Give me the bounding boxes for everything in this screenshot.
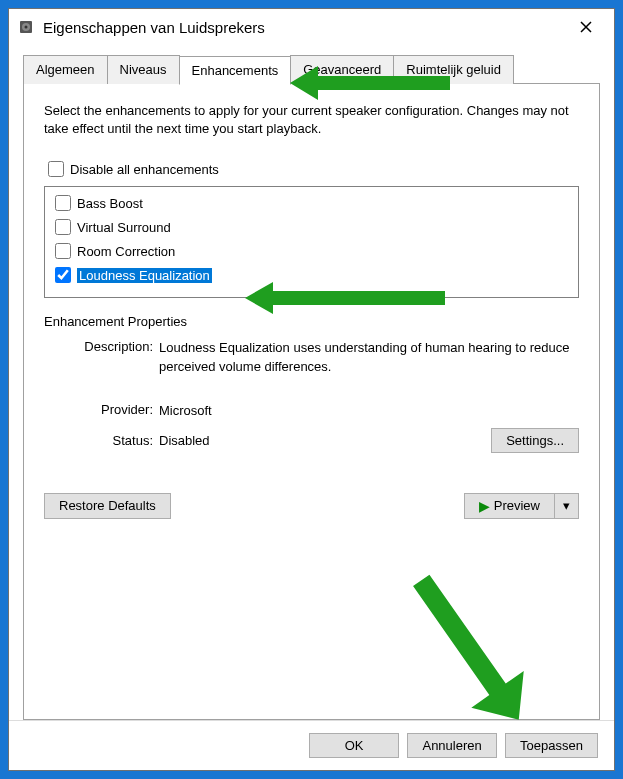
preview-button[interactable]: ▶ Preview	[464, 493, 555, 519]
speaker-icon	[17, 18, 35, 36]
preview-group: ▶ Preview ▾	[464, 493, 579, 519]
dialog-button-bar: OK Annuleren Toepassen	[9, 720, 614, 770]
bass-boost-label: Bass Boost	[77, 196, 143, 211]
virtual-surround-label: Virtual Surround	[77, 220, 171, 235]
settings-button[interactable]: Settings...	[491, 428, 579, 453]
tab-panel-enhancements: Select the enhancements to apply for you…	[23, 83, 600, 720]
list-item[interactable]: Virtual Surround	[51, 215, 572, 239]
description-row: Description: Loudness Equalization uses …	[44, 339, 579, 375]
apply-button[interactable]: Toepassen	[505, 733, 598, 758]
list-item[interactable]: Bass Boost	[51, 191, 572, 215]
status-row: Status: Disabled Settings...	[44, 428, 579, 453]
disable-all-label: Disable all enhancements	[70, 162, 219, 177]
tab-container: Algemeen Niveaus Enhancements Geavanceer…	[9, 45, 614, 720]
preview-dropdown-button[interactable]: ▾	[555, 493, 579, 519]
svg-point-2	[25, 26, 28, 29]
window-title: Eigenschappen van Luidsprekers	[43, 19, 566, 36]
bottom-actions: Restore Defaults ▶ Preview ▾	[44, 493, 579, 519]
description-value: Loudness Equalization uses understanding…	[159, 339, 579, 375]
tab-spatial[interactable]: Ruimtelijk geluid	[393, 55, 514, 84]
room-correction-label: Room Correction	[77, 244, 175, 259]
room-correction-checkbox[interactable]	[55, 243, 71, 259]
tab-advanced[interactable]: Geavanceerd	[290, 55, 394, 84]
chevron-down-icon: ▾	[563, 498, 570, 513]
cancel-button[interactable]: Annuleren	[407, 733, 497, 758]
disable-all-checkbox-row[interactable]: Disable all enhancements	[44, 158, 579, 180]
titlebar: Eigenschappen van Luidsprekers	[9, 9, 614, 45]
tab-levels[interactable]: Niveaus	[107, 55, 180, 84]
enhancement-properties-heading: Enhancement Properties	[44, 314, 579, 329]
tab-row: Algemeen Niveaus Enhancements Geavanceer…	[23, 55, 600, 84]
list-item[interactable]: Room Correction	[51, 239, 572, 263]
tab-general[interactable]: Algemeen	[23, 55, 108, 84]
loudness-eq-label: Loudness Equalization	[77, 268, 212, 283]
loudness-eq-checkbox[interactable]	[55, 267, 71, 283]
close-button[interactable]	[566, 13, 606, 41]
provider-row: Provider: Microsoft	[44, 402, 579, 420]
tab-enhancements[interactable]: Enhancements	[179, 56, 292, 85]
virtual-surround-checkbox[interactable]	[55, 219, 71, 235]
status-value: Disabled	[159, 433, 491, 448]
provider-label: Provider:	[44, 402, 159, 420]
panel-intro-text: Select the enhancements to apply for you…	[44, 102, 579, 138]
status-label: Status:	[44, 433, 159, 448]
bass-boost-checkbox[interactable]	[55, 195, 71, 211]
description-label: Description:	[44, 339, 159, 375]
play-icon: ▶	[479, 498, 490, 514]
preview-label: Preview	[494, 498, 540, 513]
enhancements-listbox[interactable]: Bass Boost Virtual Surround Room Correct…	[44, 186, 579, 298]
restore-defaults-button[interactable]: Restore Defaults	[44, 493, 171, 519]
provider-value: Microsoft	[159, 402, 579, 420]
list-item[interactable]: Loudness Equalization	[51, 263, 572, 287]
disable-all-checkbox[interactable]	[48, 161, 64, 177]
ok-button[interactable]: OK	[309, 733, 399, 758]
properties-dialog: Eigenschappen van Luidsprekers Algemeen …	[8, 8, 615, 771]
